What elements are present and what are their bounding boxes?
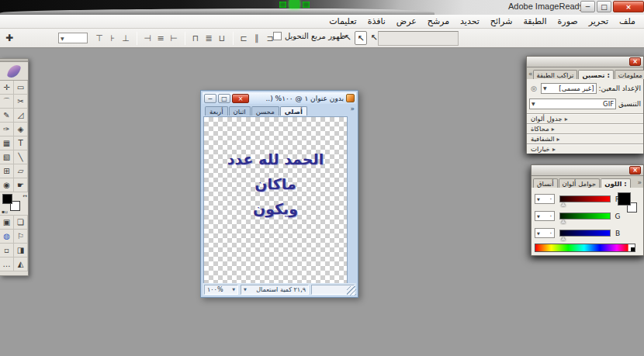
- tab-color[interactable]: اللون :: [601, 178, 631, 188]
- selection-arrow-icon[interactable]: ↖: [341, 31, 354, 45]
- distribute-top-icon[interactable]: ⊓: [189, 33, 202, 43]
- green-value-dropdown[interactable]: ▼ ٠: [535, 211, 555, 221]
- distribute-left-icon[interactable]: ⊏: [237, 33, 250, 43]
- menu-layer[interactable]: الطبقة: [518, 16, 552, 26]
- tool-line[interactable]: ╲: [14, 150, 28, 164]
- align-bottom-icon[interactable]: ⊥: [119, 33, 132, 43]
- blue-slider[interactable]: [559, 230, 611, 237]
- tab-optimized[interactable]: محسن: [251, 106, 279, 116]
- distribute-bottom-icon[interactable]: ⊔: [216, 33, 228, 43]
- green-slider[interactable]: [559, 213, 611, 219]
- tab-info[interactable]: معلومات: [615, 70, 644, 79]
- align-hcenter-icon[interactable]: ≡: [154, 33, 167, 43]
- menu-view[interactable]: عرض: [391, 16, 422, 26]
- align-left-icon[interactable]: ⊣: [141, 33, 154, 43]
- slider-thumb[interactable]: [561, 219, 566, 223]
- doc-minimize-button[interactable]: ─: [204, 94, 216, 103]
- tool-lasso[interactable]: ⌒: [0, 95, 14, 109]
- tool-preview-toggle[interactable]: ▣: [0, 216, 14, 230]
- maximize-button[interactable]: □: [597, 1, 611, 12]
- tool-brush[interactable]: ✎: [0, 109, 14, 123]
- color-close-button[interactable]: ×: [629, 166, 641, 175]
- tool-eyedropper[interactable]: ◉: [0, 178, 14, 192]
- format-dropdown[interactable]: GIF ▼: [529, 99, 616, 109]
- tool-marquee[interactable]: ▭: [14, 81, 28, 95]
- color-palette: × أنساق حوامل ألوان اللون : » ▼ ٠ R: [531, 164, 644, 256]
- menu-filter[interactable]: مرشح: [422, 16, 455, 26]
- tab-layer-options[interactable]: تراكب الطبقة: [533, 70, 578, 79]
- tab-swatches[interactable]: حوامل ألوان: [559, 178, 601, 188]
- slider-thumb[interactable]: [561, 202, 566, 206]
- menu-edit[interactable]: تحرير: [583, 16, 614, 26]
- tool-slice-select[interactable]: ▱: [14, 164, 28, 178]
- tab-original[interactable]: أصلي: [280, 106, 307, 116]
- menu-slices[interactable]: شرائح: [485, 16, 518, 26]
- tool-hand[interactable]: ☛: [14, 178, 28, 192]
- preview-in-browser-icon[interactable]: ◍: [0, 230, 14, 244]
- resize-grip[interactable]: [347, 286, 356, 296]
- tool-clone-stamp[interactable]: ✑: [0, 123, 14, 137]
- doc-close-button[interactable]: ×: [232, 94, 249, 103]
- blue-value-dropdown[interactable]: ▼ ٠: [535, 228, 555, 238]
- red-value-dropdown[interactable]: ▼ ٠: [535, 194, 555, 204]
- show-transform-box-checkbox[interactable]: [273, 32, 282, 40]
- file-info-dropdown[interactable]: ٢١,٩ كمية استعمال ▼: [241, 285, 309, 295]
- tool-tab-cycle[interactable]: ◨: [14, 244, 28, 257]
- section-color-table[interactable]: جدول ألوان ▸: [527, 113, 643, 123]
- tool-eraser[interactable]: ◿: [14, 109, 28, 123]
- tool-shape[interactable]: ▦: [0, 137, 14, 150]
- tool-image-map[interactable]: ❏: [14, 216, 28, 230]
- document-titlebar[interactable]: ─ □ × بدون عنوان ١ @ ١٠٠% (..: [203, 92, 356, 104]
- style-dropdown[interactable]: ▼: [58, 33, 88, 43]
- tool-zoom[interactable]: ◭: [14, 257, 28, 271]
- menu-image[interactable]: صورة: [552, 16, 583, 26]
- tool-more[interactable]: …: [0, 257, 14, 271]
- section-transparency[interactable]: الشفافية ▸: [527, 133, 643, 143]
- chevron-right-icon[interactable]: »: [350, 105, 355, 112]
- tool-pattern[interactable]: ▧: [0, 150, 14, 164]
- foreground-color-swatch[interactable]: [2, 194, 12, 204]
- optimize-close-button[interactable]: ×: [629, 57, 641, 66]
- chevron-left-icon[interactable]: «: [528, 70, 533, 78]
- swap-colors-icon[interactable]: ↔: [23, 193, 27, 199]
- distribute-hcenter-icon[interactable]: ∥: [251, 33, 263, 43]
- zoom-level-dropdown[interactable]: ١٠٠% ▼: [204, 285, 238, 295]
- tool-type[interactable]: T: [14, 137, 28, 150]
- app-titlebar: Adobe ImageReady ─ □ ×: [0, 0, 644, 15]
- tab-optimize[interactable]: تحسين :: [578, 70, 613, 79]
- minimize-button[interactable]: ─: [580, 1, 595, 12]
- distribute-vcenter-icon[interactable]: ≣: [203, 33, 215, 43]
- align-vcenter-icon[interactable]: ⊦: [106, 33, 119, 43]
- canvas[interactable]: الحمد لله عدد ماكان ويكون: [203, 116, 348, 285]
- tab-2up[interactable]: اثنان: [229, 106, 251, 116]
- default-colors-icon[interactable]: ▪▫: [2, 209, 8, 214]
- tool-crop[interactable]: ⊞: [0, 164, 14, 178]
- menu-window[interactable]: نافذة: [362, 16, 391, 26]
- red-slider[interactable]: [559, 195, 611, 202]
- droplet-icon[interactable]: ◎: [529, 84, 538, 93]
- align-top-icon[interactable]: ⊤: [93, 33, 106, 43]
- tab-styles[interactable]: أنساق: [533, 178, 558, 188]
- slider-thumb[interactable]: [561, 237, 566, 240]
- window-controls: ─ □ ×: [580, 1, 644, 12]
- tool-move[interactable]: ✛: [0, 81, 14, 95]
- tab-4up[interactable]: أربعة: [205, 106, 228, 116]
- menu-select[interactable]: تحديد: [455, 16, 485, 26]
- color-spectrum-ramp[interactable]: [535, 244, 635, 252]
- align-right-icon[interactable]: ⊢: [168, 33, 180, 43]
- tool-visibility[interactable]: ▫: [0, 244, 14, 257]
- section-dither[interactable]: محاكاة ▸: [527, 123, 643, 133]
- chevron-right-icon[interactable]: »: [637, 178, 642, 186]
- preset-dropdown[interactable]: [غير مسمى] ▼: [541, 83, 597, 94]
- optimize-palette-titlebar[interactable]: ×: [527, 57, 643, 67]
- color-palette-titlebar[interactable]: ×: [531, 165, 643, 176]
- tool-slice[interactable]: ✂: [14, 95, 28, 109]
- direct-selection-arrow-icon[interactable]: ↖: [355, 31, 367, 45]
- menu-help[interactable]: تعليمات: [324, 16, 362, 26]
- menu-file[interactable]: ملف: [614, 16, 641, 26]
- tool-fill[interactable]: ◈: [14, 123, 28, 137]
- section-options[interactable]: خيارات ▸: [527, 143, 643, 154]
- close-button[interactable]: ×: [613, 1, 644, 12]
- tool-rollover[interactable]: ⚐: [14, 230, 28, 244]
- doc-maximize-button[interactable]: □: [218, 94, 230, 103]
